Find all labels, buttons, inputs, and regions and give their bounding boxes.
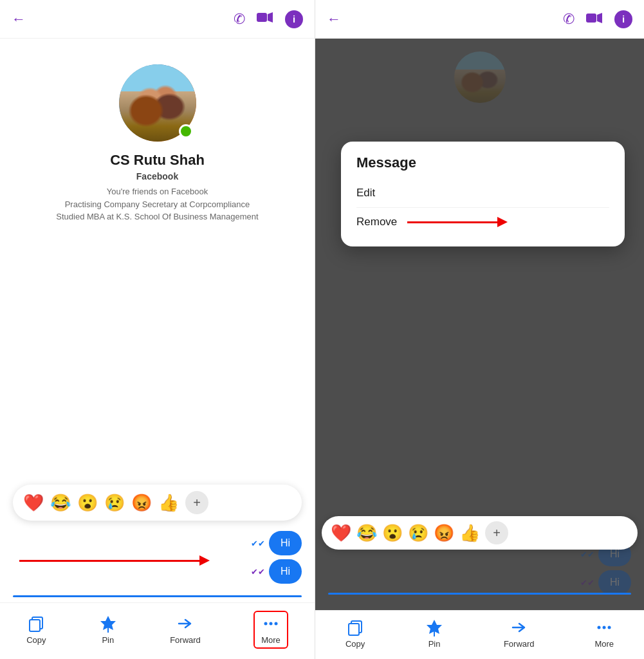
right-emoji-laugh[interactable]: 😂 (356, 523, 377, 543)
svg-rect-8 (586, 14, 596, 23)
pin-action[interactable]: Pin (99, 615, 117, 645)
svg-point-15 (608, 626, 611, 629)
profile-area: CS Rutu Shah Facebook You're friends on … (0, 39, 315, 472)
right-back-button[interactable]: ← (327, 11, 341, 28)
right-phone-icon[interactable]: ✆ (563, 11, 575, 28)
profile-platform: Facebook (136, 171, 178, 181)
svg-rect-11 (349, 624, 359, 635)
forward-label: Forward (170, 635, 201, 645)
emoji-cry[interactable]: 😢 (104, 493, 125, 513)
message-row-2: ✔✔ Hi (251, 559, 302, 584)
check-mark-2: ✔✔ (251, 567, 265, 577)
right-emoji-more[interactable]: + (485, 521, 508, 544)
right-blue-underline (328, 593, 631, 595)
right-emoji-heart[interactable]: ❤️ (331, 523, 351, 543)
right-emoji-thumbsup[interactable]: 👍 (459, 523, 480, 543)
svg-point-6 (270, 622, 273, 626)
remove-arrow-head (497, 217, 508, 227)
message-bubble-1: Hi (269, 531, 302, 555)
copy-action[interactable]: Copy (26, 615, 46, 645)
right-emoji-bar: ❤️ 😂 😮 😢 😡 👍 + (322, 516, 638, 550)
right-pin-label: Pin (428, 639, 441, 649)
emoji-wow[interactable]: 😮 (77, 493, 98, 513)
more-label: More (261, 635, 281, 645)
emoji-more-button[interactable]: + (185, 491, 208, 514)
copy-label: Copy (26, 635, 46, 645)
right-header: ← ✆ i (315, 0, 644, 39)
emoji-laugh[interactable]: 😂 (50, 493, 71, 513)
right-emoji-angry[interactable]: 😡 (434, 523, 454, 543)
back-button[interactable]: ← (12, 11, 26, 28)
dark-overlay (315, 39, 644, 659)
svg-point-5 (264, 622, 268, 626)
context-remove-item[interactable]: Remove (356, 210, 609, 234)
check-mark-1: ✔✔ (251, 539, 265, 548)
remove-red-arrow (407, 217, 508, 227)
right-copy-label: Copy (345, 639, 365, 649)
right-pin-icon (425, 618, 443, 636)
chat-area: ✔✔ Hi ✔✔ Hi (0, 531, 315, 590)
right-forward-icon (510, 618, 528, 636)
bottom-action-bar: Copy Pin Forward More (0, 602, 315, 659)
forward-icon (176, 615, 194, 633)
right-video-icon[interactable] (586, 11, 603, 28)
arrow-line (19, 560, 199, 562)
copy-icon (27, 615, 45, 633)
header-icons: ✆ i (234, 10, 303, 28)
emoji-reaction-bar: ❤️ 😂 😮 😢 😡 👍 + (13, 485, 302, 521)
phone-icon[interactable]: ✆ (234, 11, 245, 28)
right-more-action[interactable]: More (594, 618, 614, 649)
context-menu-title: Message (356, 154, 609, 171)
message-context-menu: Message Edit Remove (341, 142, 625, 246)
online-status-dot (179, 124, 193, 138)
message-bubble-2: Hi (269, 559, 302, 584)
blue-underline (13, 595, 302, 597)
right-emoji-cry[interactable]: 😢 (408, 523, 428, 543)
context-edit-item[interactable]: Edit (356, 181, 609, 205)
right-bottom-bar: Copy Pin Forward More (315, 610, 644, 659)
svg-marker-1 (268, 12, 273, 23)
right-copy-action[interactable]: Copy (345, 618, 365, 649)
svg-rect-0 (257, 13, 267, 22)
forward-action[interactable]: Forward (170, 615, 201, 645)
more-action[interactable]: More (253, 611, 288, 649)
svg-rect-3 (30, 620, 40, 631)
left-header: ← ✆ i (0, 0, 315, 39)
right-forward-label: Forward (504, 639, 535, 649)
right-forward-action[interactable]: Forward (504, 618, 535, 649)
left-panel: ← ✆ i CS Rutu Shah Facebook You're frien… (0, 0, 315, 659)
right-more-icon (595, 618, 613, 636)
right-panel: ← ✆ i Studied MBA at K.S. School Of Busi… (315, 0, 644, 659)
svg-marker-9 (597, 13, 602, 23)
info-icon[interactable]: i (285, 10, 303, 28)
red-arrow-indicator (19, 555, 210, 566)
right-header-icons: ✆ i (563, 10, 632, 28)
pin-icon (99, 615, 117, 633)
svg-point-14 (603, 626, 606, 629)
right-emoji-wow[interactable]: 😮 (382, 523, 403, 543)
profile-bio: You're friends on Facebook Practising Co… (56, 185, 258, 223)
right-more-label: More (594, 639, 614, 649)
avatar-container (119, 64, 196, 142)
profile-name: CS Rutu Shah (110, 152, 205, 169)
emoji-thumbsup[interactable]: 👍 (158, 493, 179, 513)
right-pin-action[interactable]: Pin (425, 618, 443, 649)
more-icon (262, 615, 280, 633)
remove-arrow-line (407, 221, 497, 223)
arrow-head (199, 555, 210, 566)
emoji-heart[interactable]: ❤️ (23, 493, 44, 513)
svg-point-7 (275, 622, 278, 626)
pin-label: Pin (102, 635, 114, 645)
right-info-icon[interactable]: i (614, 10, 632, 28)
svg-point-13 (598, 626, 601, 629)
right-copy-icon (346, 618, 364, 636)
video-icon[interactable] (257, 12, 273, 26)
context-divider (356, 207, 609, 208)
message-row-1: ✔✔ Hi (251, 531, 302, 555)
emoji-angry[interactable]: 😡 (131, 493, 152, 513)
